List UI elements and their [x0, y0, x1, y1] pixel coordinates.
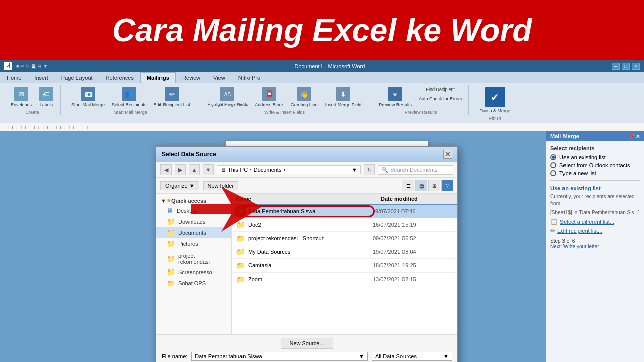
tab-references[interactable]: References [99, 72, 140, 83]
preview-group-label: Preview Results [405, 110, 437, 115]
new-source-btn[interactable]: New Source... [281, 338, 333, 349]
select-different-list-link[interactable]: 📋 Select a different list... [550, 218, 640, 225]
minimize-btn[interactable]: ─ [612, 63, 620, 70]
edit-list-icon: ✏ [550, 227, 555, 234]
mail-merge-panel: Mail Merge 📌 ✕ Select recipients Use an … [546, 131, 644, 362]
breadcrumb[interactable]: 🖥 This PC › Documents › ▼ [217, 165, 361, 174]
finish-merge-btn[interactable]: ✔ Finish & Merge [477, 85, 513, 115]
tab-nitro-pro[interactable]: Nitro Pro [232, 72, 267, 83]
greeting-line-btn[interactable]: 👋 Greeting Line [288, 85, 320, 109]
preview-results-btn[interactable]: 👁 Preview Results [376, 85, 414, 109]
edit-recipient-list-icon: ✏ [165, 87, 179, 101]
sidebar-item-sobat-ops[interactable]: 📁 Sobat OPS [156, 278, 231, 289]
start-mail-merge-btn[interactable]: 📧 Start Mail Merge [69, 85, 107, 109]
panel-control-btns: 📌 ✕ [629, 134, 640, 139]
envelopes-btn[interactable]: ✉ Envelopes [8, 85, 34, 109]
ribbon-group-finish: ✔ Finish & Merge Finish [473, 85, 517, 121]
radio-use-existing[interactable]: Use an existing list [550, 154, 640, 160]
panel-existing-title: Use an existing list [550, 185, 640, 191]
select-list-icon: 📋 [550, 218, 558, 225]
radio-outlook-contacts[interactable]: Select from Outlook contacts [550, 162, 640, 168]
other-folders-section: 📁 project rekomendasi 📁 Screenpresso 📁 S… [156, 251, 231, 289]
window-controls: ─ □ ✕ [612, 63, 640, 70]
file-name-data-pemberitahuan: X Data Pemberitahuan Siswa [236, 207, 372, 216]
tab-review[interactable]: Review [176, 72, 207, 83]
file-name-my-data-sources: 📁 My Data Sources [236, 247, 373, 256]
file-date-2: 09/07/2021 06:52 [373, 235, 453, 241]
file-type-select[interactable]: All Data Sources ▼ [372, 352, 452, 361]
down-btn[interactable]: ▼ [203, 164, 214, 175]
organize-btn[interactable]: Organize ▼ [160, 181, 199, 190]
insert-merge-field-btn[interactable]: ⬇ Insert Merge Field [323, 85, 364, 109]
file-item-doc2[interactable]: 📁 Doc2 16/07/2021 15:19 [232, 218, 457, 232]
dialog-title-text: Select Data Source [162, 151, 216, 158]
sidebar-item-project-rekomendasi[interactable]: 📁 project rekomendasi [156, 251, 231, 266]
file-item-zoom[interactable]: 📁 Zoom 13/07/2021 08:15 [232, 273, 457, 286]
doc-area: Pemberitahuan k... Nama Kelas Nama Ora..… [0, 131, 644, 362]
file-name-project: 📁 project rekomendasi - Shortcut [236, 234, 373, 243]
icon-view-btn[interactable]: ⊞ [428, 180, 440, 191]
find-recipient-btn[interactable]: Find Recipient [423, 85, 457, 94]
edit-recipient-list-link[interactable]: ✏ Edit recipient list... [550, 227, 640, 234]
back-btn[interactable]: ◀ [160, 164, 172, 175]
folder-icon-data-sources: 📁 [236, 247, 245, 256]
ribbon-group-start-mail-merge: 📧 Start Mail Merge 👥 Select Recipients ✏… [65, 85, 197, 115]
next-step-link[interactable]: Next: Write your letter [550, 244, 599, 249]
sidebar-item-desktop[interactable]: 🖥 Desktop [156, 205, 231, 216]
file-item-camtasia[interactable]: 📁 Camtasia 18/07/2021 19:25 [232, 259, 457, 273]
select-recipients-btn[interactable]: 👥 Select Recipients [109, 85, 149, 109]
radio-new-label: Type a new list [559, 170, 596, 176]
search-icon: 🔍 [381, 167, 388, 173]
auto-check-btn[interactable]: Auto Check for Errors [416, 95, 465, 103]
ribbon-group-write-insert: AB Highlight Merge Fields 📮 Address Bloc… [201, 85, 369, 115]
tab-insert[interactable]: Insert [28, 72, 55, 83]
list-view-btn[interactable]: ☰ [402, 180, 414, 191]
radio-type-new-list[interactable]: Type a new list [550, 170, 640, 176]
tab-page-layout[interactable]: Page Layout [55, 72, 99, 83]
file-date-0: 19/07/2021 07:46 [372, 208, 453, 214]
dialog-title-bar: Select Data Source ✕ [156, 147, 457, 162]
maximize-btn[interactable]: □ [622, 63, 630, 70]
file-name-camtasia: 📁 Camtasia [236, 261, 373, 270]
sidebar-item-documents[interactable]: 📁 Documents [156, 227, 231, 238]
ribbon-group-preview: 👁 Preview Results Find Recipient Auto Ch… [372, 85, 469, 115]
up-btn[interactable]: ▲ [189, 164, 200, 175]
forward-btn[interactable]: ▶ [175, 164, 186, 175]
breadcrumb-dropdown[interactable]: ▼ [352, 167, 357, 173]
refresh-btn[interactable]: ↻ [364, 164, 375, 175]
highlight-icon: AB [220, 87, 234, 101]
select-recipients-icon: 👥 [122, 87, 136, 101]
panel-close-btn[interactable]: ✕ [636, 134, 640, 139]
radio-existing-circle [550, 154, 556, 160]
sidebar-item-downloads[interactable]: 📁 Downloads [156, 216, 231, 227]
labels-btn[interactable]: 🏷 Labels [36, 85, 56, 109]
screenpresso-icon: 📁 [167, 268, 175, 276]
close-btn[interactable]: ✕ [632, 63, 640, 70]
file-name-input[interactable]: Data Pemberitahuan Siswa ▼ [191, 352, 368, 361]
labels-icon: 🏷 [39, 87, 53, 101]
tab-home[interactable]: Home [0, 72, 28, 83]
details-view-btn[interactable]: ▤ [415, 180, 427, 191]
tab-mailings[interactable]: Mailings [140, 72, 176, 83]
file-item-my-data-sources[interactable]: 📁 My Data Sources 19/07/2021 08:04 [232, 245, 457, 259]
sidebar-item-pictures[interactable]: 📁 Pictures [156, 238, 231, 249]
tab-view[interactable]: View [207, 72, 232, 83]
pictures-icon: 📁 [167, 240, 175, 248]
panel-divider [550, 180, 640, 181]
file-item-project-rekomendasi[interactable]: 📁 project rekomendasi - Shortcut 09/07/2… [232, 232, 457, 245]
documents-icon: 📁 [167, 229, 175, 237]
file-item-data-pemberitahuan[interactable]: X Data Pemberitahuan Siswa 19/07/2021 07… [232, 204, 457, 218]
start-mail-merge-group-label: Start Mail Merge [114, 110, 147, 115]
quick-access-header[interactable]: ▼ ★ Quick access [156, 196, 231, 205]
help-btn[interactable]: ? [441, 180, 453, 191]
address-block-btn[interactable]: 📮 Address Block [252, 85, 286, 109]
highlight-merge-fields-btn[interactable]: AB Highlight Merge Fields [205, 85, 251, 109]
panel-step: Step 3 of 6 Next: Write your letter [550, 238, 640, 249]
edit-recipient-list-btn[interactable]: ✏ Edit Recipient List [151, 85, 193, 109]
dialog-close-btn[interactable]: ✕ [443, 150, 452, 159]
new-folder-btn[interactable]: New folder [203, 181, 239, 190]
panel-pin-btn[interactable]: 📌 [629, 134, 635, 139]
file-date-1: 16/07/2021 15:19 [373, 222, 453, 228]
name-column-header: Name [232, 194, 377, 204]
sidebar-item-screenpresso[interactable]: 📁 Screenpresso [156, 266, 231, 278]
